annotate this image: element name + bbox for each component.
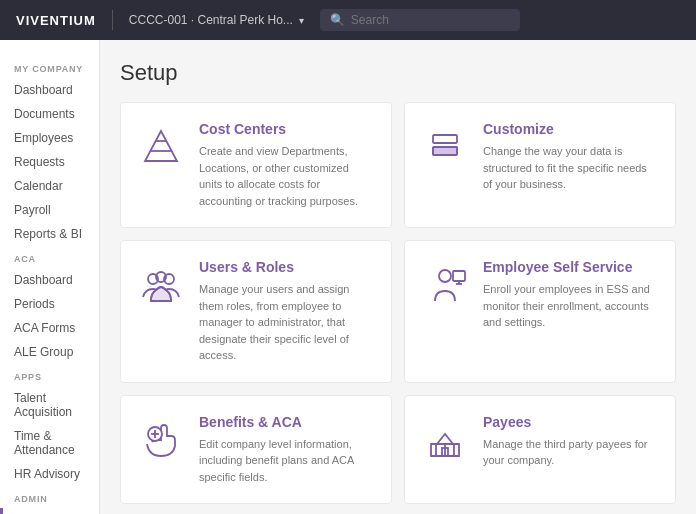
card-title-customize: Customize	[483, 121, 659, 137]
svg-rect-10	[453, 271, 465, 281]
svg-marker-0	[145, 131, 177, 161]
card-text-payees: PayeesManage the third party payees for …	[483, 414, 659, 469]
card-users-roles[interactable]: Users & RolesManage your users and assig…	[120, 240, 392, 383]
card-text-employee-self-service: Employee Self ServiceEnroll your employe…	[483, 259, 659, 331]
sidebar-item-hr[interactable]: HR Advisory	[0, 462, 99, 486]
person-screen-icon	[421, 259, 469, 307]
sidebar-item-time[interactable]: Time & Attendance	[0, 424, 99, 462]
people-icon	[137, 259, 185, 307]
card-title-cost-centers: Cost Centers	[199, 121, 375, 137]
triangle-icon	[137, 121, 185, 169]
card-employee-self-service[interactable]: Employee Self ServiceEnroll your employe…	[404, 240, 676, 383]
card-title-users-roles: Users & Roles	[199, 259, 375, 275]
card-desc-payees: Manage the third party payees for your c…	[483, 436, 659, 469]
search-input[interactable]	[351, 13, 510, 27]
card-desc-employee-self-service: Enroll your employees in ESS and monitor…	[483, 281, 659, 331]
card-desc-cost-centers: Create and view Departments, Locations, …	[199, 143, 375, 209]
sidebar-item-calendar[interactable]: Calendar	[0, 174, 99, 198]
card-cost-centers[interactable]: Cost CentersCreate and view Departments,…	[120, 102, 392, 228]
card-text-customize: CustomizeChange the way your data is str…	[483, 121, 659, 193]
sidebar-section-my-company: MY COMPANY	[0, 56, 99, 78]
card-text-cost-centers: Cost CentersCreate and view Departments,…	[199, 121, 375, 209]
card-benefits-aca[interactable]: Benefits & ACAEdit company level informa…	[120, 395, 392, 505]
main-content: Setup Cost CentersCreate and view Depart…	[100, 40, 696, 514]
search-bar[interactable]: 🔍	[320, 9, 520, 31]
sidebar-item-payroll[interactable]: Payroll	[0, 198, 99, 222]
card-text-benefits-aca: Benefits & ACAEdit company level informa…	[199, 414, 375, 486]
sidebar-item-employees[interactable]: Employees	[0, 126, 99, 150]
sidebar-item-aca-forms[interactable]: ACA Forms	[0, 316, 99, 340]
sidebar-item-aca-dashboard[interactable]: Dashboard	[0, 268, 99, 292]
sidebar-item-dashboard[interactable]: Dashboard	[0, 78, 99, 102]
search-icon: 🔍	[330, 13, 345, 27]
svg-rect-4	[433, 147, 457, 155]
cards-grid: Cost CentersCreate and view Departments,…	[120, 102, 676, 514]
chevron-down-icon: ▾	[299, 15, 304, 26]
sidebar-item-aca-periods[interactable]: Periods	[0, 292, 99, 316]
main-layout: MY COMPANYDashboardDocumentsEmployeesReq…	[0, 40, 696, 514]
sidebar-item-documents[interactable]: Documents	[0, 102, 99, 126]
sidebar-section-apps: APPS	[0, 364, 99, 386]
hand-plus-icon	[137, 414, 185, 462]
building-icon	[421, 414, 469, 462]
company-name: CCCC-001 · Central Perk Ho...	[129, 13, 293, 27]
card-title-employee-self-service: Employee Self Service	[483, 259, 659, 275]
sidebar-section-admin: ADMIN	[0, 486, 99, 508]
card-desc-customize: Change the way your data is structured t…	[483, 143, 659, 193]
card-payees[interactable]: PayeesManage the third party payees for …	[404, 395, 676, 505]
sidebar-item-setup[interactable]: Setup	[0, 508, 99, 514]
sidebar-item-talent[interactable]: Talent Acquisition	[0, 386, 99, 424]
sidebar: MY COMPANYDashboardDocumentsEmployeesReq…	[0, 40, 100, 514]
sidebar-item-aca-ale[interactable]: ALE Group	[0, 340, 99, 364]
card-customize[interactable]: CustomizeChange the way your data is str…	[404, 102, 676, 228]
card-desc-benefits-aca: Edit company level information, includin…	[199, 436, 375, 486]
page-title: Setup	[120, 60, 676, 86]
card-desc-users-roles: Manage your users and assign them roles,…	[199, 281, 375, 364]
card-title-payees: Payees	[483, 414, 659, 430]
sidebar-item-reports-bi[interactable]: Reports & BI	[0, 222, 99, 246]
card-text-users-roles: Users & RolesManage your users and assig…	[199, 259, 375, 364]
svg-rect-3	[433, 135, 457, 143]
company-selector[interactable]: CCCC-001 · Central Perk Ho... ▾	[129, 13, 304, 27]
top-nav: VIVENTIUM CCCC-001 · Central Perk Ho... …	[0, 0, 696, 40]
svg-point-9	[439, 270, 451, 282]
logo: VIVENTIUM	[16, 13, 96, 28]
sidebar-item-requests[interactable]: Requests	[0, 150, 99, 174]
card-title-benefits-aca: Benefits & ACA	[199, 414, 375, 430]
sidebar-section-aca: ACA	[0, 246, 99, 268]
nav-divider	[112, 10, 113, 30]
stack-icon	[421, 121, 469, 169]
